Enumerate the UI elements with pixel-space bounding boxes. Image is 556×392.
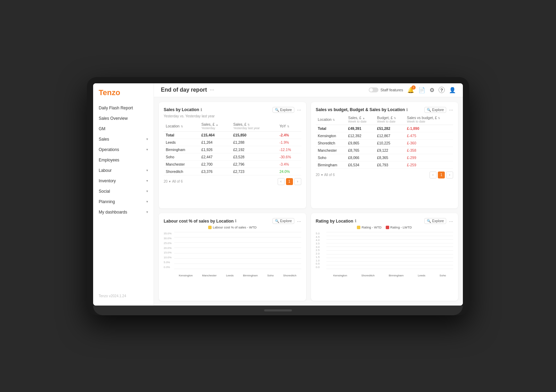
staff-features-toggle[interactable]: Staff features bbox=[369, 87, 403, 92]
sales-by-location-widget: Sales by Location ℹ 🔍 Explore ··· bbox=[159, 102, 306, 209]
page-controls: ‹ 1 › bbox=[278, 178, 301, 185]
chart-legend: Rating - WTD Rating - LWTD bbox=[316, 225, 453, 229]
widget-title: Sales vs budget, Budget & Sales by Locat… bbox=[316, 107, 408, 112]
col-sales-ly[interactable]: Sales, £ ⇅Yesterday last year bbox=[231, 121, 277, 132]
col-yoy[interactable]: YoY ⇅ bbox=[277, 121, 301, 132]
table-row: Total £49,391 £51,282 £-1,890 bbox=[316, 125, 453, 132]
explore-button[interactable]: 🔍 Explore bbox=[272, 107, 294, 113]
toggle-switch[interactable] bbox=[369, 87, 378, 92]
legend-item-lwtd: Rating - LWTD bbox=[386, 225, 412, 229]
logo: Tenzo bbox=[93, 88, 154, 103]
widget-actions: 🔍 Explore ··· bbox=[424, 107, 453, 113]
sales-table: Location ⇅ Sales, £ ▲Yesterday Sales, £ … bbox=[164, 121, 301, 175]
chevron-down-icon: ▾ bbox=[146, 200, 148, 203]
col-location[interactable]: Location ⇅ bbox=[316, 114, 346, 125]
table-row: Shoreditch £9,865 £10,225 £-360 bbox=[316, 139, 453, 147]
widget-menu-button[interactable]: ··· bbox=[449, 218, 453, 224]
header: End of day report ··· Staff features 🔔 1… bbox=[154, 83, 463, 97]
col-location[interactable]: Location ⇅ bbox=[164, 121, 199, 132]
widget-subtitle: Yesterday vs. Yesterday last year bbox=[164, 114, 301, 118]
table-row: Shoreditch £3,376 £2,723 24.0% bbox=[164, 168, 301, 175]
user-button[interactable]: 👤 bbox=[449, 87, 456, 93]
sidebar-item-labour[interactable]: Labour ▾ bbox=[93, 165, 154, 176]
chevron-down-icon: ▾ bbox=[146, 137, 148, 141]
prev-page-button[interactable]: ‹ bbox=[430, 172, 436, 178]
table-row: Leeds £1,264 £1,288 -1.9% bbox=[164, 139, 301, 146]
widget-title: Labour cost % of sales by Location ℹ bbox=[164, 219, 236, 224]
next-page-button[interactable]: › bbox=[294, 178, 301, 185]
sidebar: Tenzo Daily Flash Report Sales Overview … bbox=[93, 83, 154, 306]
info-icon: ℹ bbox=[406, 108, 408, 112]
legend-item-wtd: Labour cost % of sales - WTD bbox=[208, 225, 256, 229]
sidebar-item-gm[interactable]: GM bbox=[93, 124, 154, 134]
search-icon: 🔍 bbox=[427, 219, 431, 223]
chevron-down-icon: ▾ bbox=[169, 180, 171, 183]
sidebar-item-sales-overview[interactable]: Sales Overview bbox=[93, 113, 154, 124]
chart-gridlines bbox=[174, 232, 301, 269]
sidebar-item-daily-flash[interactable]: Daily Flash Report bbox=[93, 103, 154, 113]
document-button[interactable]: 📄 bbox=[418, 87, 425, 93]
y-axis: 35.0%30.0%25.0%20.0%15.0%10.0%5.0%0.0% bbox=[164, 232, 172, 269]
page-size-select[interactable]: 20 ▾ All of 6 bbox=[164, 180, 183, 183]
explore-button[interactable]: 🔍 Explore bbox=[424, 107, 446, 113]
page-1-button[interactable]: 1 bbox=[286, 178, 293, 185]
table-row: Birmingham £6,534 £6,793 £-259 bbox=[316, 161, 453, 168]
help-button[interactable]: ? bbox=[439, 87, 445, 93]
page-size-select[interactable]: 20 ▾ All of 6 bbox=[316, 173, 335, 177]
widget-title: Rating by Location ℹ bbox=[316, 219, 356, 224]
col-sales-yesterday[interactable]: Sales, £ ▲Yesterday bbox=[199, 121, 231, 132]
col-sales-wtd[interactable]: Sales, £ ▲Week to date bbox=[346, 114, 375, 125]
col-budget[interactable]: Budget, £ ⇅Week to date bbox=[375, 114, 405, 125]
table-row: Manchester £2,700 £2,796 -3.4% bbox=[164, 160, 301, 168]
chart-gridlines bbox=[326, 232, 453, 269]
legend-item-wtd: Rating - WTD bbox=[357, 225, 382, 229]
widget-actions: 🔍 Explore ··· bbox=[424, 218, 453, 224]
widget-menu-button[interactable]: ··· bbox=[449, 107, 453, 112]
sidebar-item-employees[interactable]: Employees bbox=[93, 155, 154, 165]
main-content: End of day report ··· Staff features 🔔 1… bbox=[154, 83, 463, 306]
widget-header: Rating by Location ℹ 🔍 Explore ··· bbox=[316, 218, 453, 224]
labour-cost-widget: Labour cost % of sales by Location ℹ 🔍 E… bbox=[159, 213, 306, 301]
chevron-down-icon: ▾ bbox=[146, 168, 148, 172]
sidebar-item-operations[interactable]: Operations ▾ bbox=[93, 144, 154, 155]
search-icon: 🔍 bbox=[275, 219, 279, 223]
notifications-button[interactable]: 🔔 1 bbox=[407, 87, 414, 93]
legend-color-lwtd bbox=[386, 226, 389, 229]
sidebar-item-inventory[interactable]: Inventory ▾ bbox=[93, 176, 154, 186]
chevron-down-icon: ▾ bbox=[146, 148, 148, 151]
sidebar-item-sales[interactable]: Sales ▾ bbox=[93, 134, 154, 144]
header-left: End of day report ··· bbox=[161, 87, 214, 93]
page-1-button[interactable]: 1 bbox=[438, 172, 445, 178]
next-page-button[interactable]: › bbox=[446, 172, 453, 178]
explore-button[interactable]: 🔍 Explore bbox=[272, 218, 294, 224]
prev-page-button[interactable]: ‹ bbox=[278, 178, 285, 185]
explore-button[interactable]: 🔍 Explore bbox=[424, 218, 446, 224]
budget-table: Location ⇅ Sales, £ ▲Week to date Budget… bbox=[316, 114, 453, 169]
pagination: 20 ▾ All of 6 ‹ 1 › bbox=[164, 178, 301, 185]
widget-title: Sales by Location ℹ bbox=[164, 107, 202, 112]
widget-menu-button[interactable]: ··· bbox=[297, 107, 301, 112]
more-options-button[interactable]: ··· bbox=[210, 87, 214, 93]
widget-actions: 🔍 Explore ··· bbox=[272, 107, 301, 113]
info-icon: ℹ bbox=[201, 108, 202, 112]
chevron-down-icon: ▾ bbox=[146, 179, 148, 183]
chevron-down-icon: ▾ bbox=[146, 189, 148, 193]
pagination: 20 ▾ All of 6 ‹ 1 › bbox=[316, 172, 453, 178]
table-row: Total £15,464 £15,850 -2.4% bbox=[164, 131, 301, 139]
chevron-down-icon: ▾ bbox=[321, 173, 323, 177]
settings-button[interactable]: ⚙ bbox=[430, 87, 434, 93]
legend-color-wtd bbox=[357, 226, 360, 229]
widget-header: Labour cost % of sales by Location ℹ 🔍 E… bbox=[164, 218, 301, 224]
sidebar-item-my-dashboards[interactable]: My dashboards ▾ bbox=[93, 207, 154, 217]
notification-badge: 1 bbox=[411, 85, 416, 90]
labour-chart: 35.0%30.0%25.0%20.0%15.0%10.0%5.0%0.0% K… bbox=[164, 232, 301, 277]
sidebar-item-social[interactable]: Social ▾ bbox=[93, 186, 154, 197]
chevron-down-icon: ▾ bbox=[146, 210, 148, 214]
table-row: Birmingham £1,926 £2,192 -12.1% bbox=[164, 146, 301, 153]
rating-chart: 5.04.54.03.53.02.52.01.51.00.50.0 Kensin… bbox=[316, 232, 453, 277]
widget-menu-button[interactable]: ··· bbox=[297, 218, 301, 224]
col-vs-budget[interactable]: Sales vs budget, £ ⇅Week to date bbox=[405, 114, 453, 125]
widget-header: Sales by Location ℹ 🔍 Explore ··· bbox=[164, 107, 301, 113]
sidebar-item-planning[interactable]: Planning ▾ bbox=[93, 197, 154, 207]
y-axis: 5.04.54.03.53.02.52.01.51.00.50.0 bbox=[316, 232, 320, 269]
